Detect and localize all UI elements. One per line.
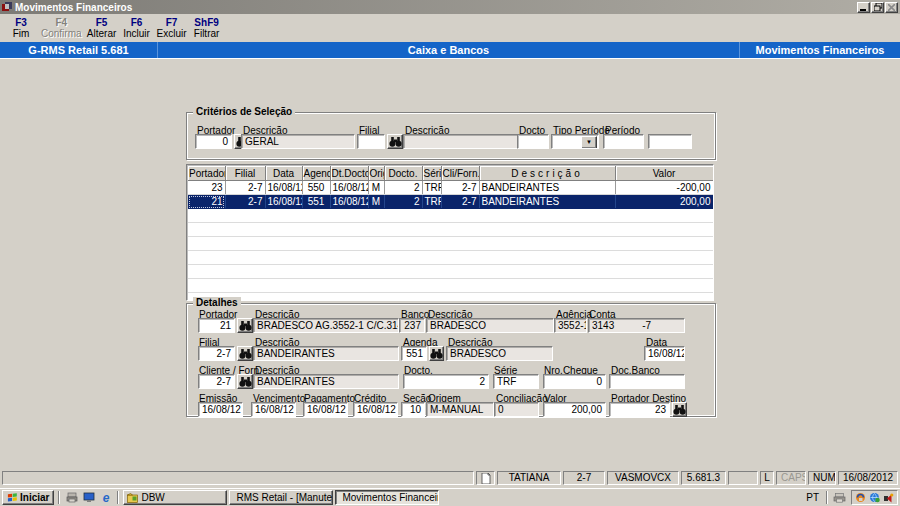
toolbar-filtrar-button[interactable]: ShF9 Filtrar xyxy=(192,17,222,39)
details-groupbox: Detalhes Portador 21 Descrição BRADESCO … xyxy=(186,303,716,417)
conciliacao-field: 0 xyxy=(494,402,539,417)
network-tray-icon[interactable] xyxy=(869,492,880,503)
col-cliforn: Cli/Forn. xyxy=(441,166,479,181)
agencia-field: 3552-1 xyxy=(554,318,587,333)
module-header-bar: G-RMS Retail 5.681 Caixa e Bancos Movime… xyxy=(0,42,900,59)
table-row[interactable]: 23 2-7 16/08/12 550 16/08/12 M 2 TRF 2-7… xyxy=(188,181,713,195)
criteria-filial-field[interactable] xyxy=(357,134,385,149)
det-filial-search-button[interactable] xyxy=(237,346,253,361)
col-dtdocto: Dt.Docto. xyxy=(330,166,368,181)
empty-row xyxy=(188,279,713,293)
status-num-indicator: NUM xyxy=(808,471,836,485)
cliente-search-button[interactable] xyxy=(237,374,253,389)
update-tray-icon[interactable] xyxy=(855,492,866,503)
empty-row xyxy=(188,237,713,251)
taskbar-separator xyxy=(826,491,828,504)
taskbar-separator xyxy=(117,491,119,504)
status-bar: TATIANA 2-7 VASMOVCX 5.681.3 L CAPS NUM … xyxy=(0,469,900,487)
document-icon xyxy=(476,471,495,485)
emissao-field[interactable]: 16/08/12 xyxy=(198,402,243,417)
periodo-start-field[interactable] xyxy=(603,134,644,149)
status-filial: 2-7 xyxy=(563,471,605,485)
criteria-descricao-field: GERAL xyxy=(241,134,355,149)
det-filial-field[interactable]: 2-7 xyxy=(198,346,235,361)
col-docto: Docto. xyxy=(384,166,422,181)
toolbar-alterar-button[interactable]: F5 Alterar xyxy=(87,17,117,39)
toolbar-incluir-button[interactable]: F6 Incluir xyxy=(122,17,152,39)
periodo-end-field[interactable] xyxy=(648,134,692,149)
pagamento-field[interactable]: 16/08/12 xyxy=(303,402,348,417)
col-serie: Série xyxy=(422,166,441,181)
taskbar-task-dbw[interactable]: DBW xyxy=(123,490,227,505)
toolbar-fim-button[interactable]: F3 Fim xyxy=(6,17,36,39)
folder-task-icon xyxy=(127,493,138,503)
status-version: 5.681.3 xyxy=(681,471,726,485)
empty-row xyxy=(188,293,713,302)
portador-destino-field[interactable]: 23 xyxy=(609,402,670,417)
windows-logo-icon xyxy=(7,492,18,503)
close-icon[interactable] xyxy=(885,2,898,13)
status-date: 16/08/2012 xyxy=(838,471,898,485)
col-valor: Valor xyxy=(615,166,713,181)
screen-name: Movimentos Financeiros xyxy=(740,42,900,58)
app-icon xyxy=(2,2,12,12)
empty-row xyxy=(188,209,713,223)
cliente-field[interactable]: 2-7 xyxy=(198,374,235,389)
table-row-selected[interactable]: 21 2-7 16/08/12 551 16/08/12 M 2 TRF 2-7… xyxy=(188,195,713,209)
agenda-desc-field: BRADESCO xyxy=(446,346,553,361)
status-program: VASMOVCX xyxy=(607,471,679,485)
det-portador-search-button[interactable] xyxy=(237,318,253,333)
serie-field[interactable]: TRF xyxy=(493,374,539,389)
col-agenda: Agenda xyxy=(302,166,330,181)
taskbar-task-movimentos[interactable]: Movimentos Financeiros xyxy=(335,490,439,505)
application-window: Movimentos Financeiros F3 Fim F4 Confirm… xyxy=(0,0,900,506)
toolbar-confirma-button: F4 Confirma xyxy=(41,17,82,39)
col-data: Data xyxy=(265,166,302,181)
det-valor-field[interactable]: 200,00 xyxy=(543,402,606,417)
empty-row xyxy=(188,223,713,237)
binoculars-icon xyxy=(673,405,686,415)
banco-desc-field: BRADESCO xyxy=(426,318,554,333)
show-desktop-icon[interactable] xyxy=(81,491,96,505)
criteria-filial-descricao-field xyxy=(403,134,520,149)
alert-tray-icon[interactable] xyxy=(883,492,894,503)
agenda-field[interactable]: 551 xyxy=(401,346,427,361)
printer-tray-icon[interactable] xyxy=(832,491,847,505)
movements-grid: Portador Filial Data Agenda Dt.Docto. Or… xyxy=(186,164,714,301)
col-portador: Portador xyxy=(188,166,225,181)
det-filial-desc-field: BANDEIRANTES xyxy=(253,346,399,361)
binoculars-icon xyxy=(239,377,252,387)
language-indicator[interactable]: PT xyxy=(803,491,822,505)
origem-field: M-MANUAL xyxy=(426,402,494,417)
chevron-down-icon[interactable]: ▼ xyxy=(581,136,597,149)
tipo-periodo-select[interactable]: ▼ xyxy=(551,134,599,149)
criteria-docto-field[interactable] xyxy=(517,134,549,149)
module-name: Caixa e Bancos xyxy=(158,42,740,58)
cheque-field[interactable]: 0 xyxy=(543,374,606,389)
det-portador-field[interactable]: 21 xyxy=(198,318,235,333)
toolbar-excluir-button[interactable]: F7 Excluir xyxy=(157,17,187,39)
grid-header-row: Portador Filial Data Agenda Dt.Docto. Or… xyxy=(188,166,713,181)
agenda-search-button[interactable] xyxy=(429,346,444,361)
portador-destino-search-button[interactable] xyxy=(672,402,687,417)
criteria-portador-field[interactable]: 0 xyxy=(195,134,232,149)
restore-icon[interactable] xyxy=(871,2,884,13)
data-field[interactable]: 16/08/12 xyxy=(644,346,685,361)
secao-field[interactable]: 10 xyxy=(401,402,425,417)
printer-quicklaunch-icon[interactable] xyxy=(64,491,79,505)
col-descricao: Descrição xyxy=(479,166,615,181)
window-title: Movimentos Financeiros xyxy=(15,2,856,13)
binoculars-icon xyxy=(389,137,402,147)
start-button[interactable]: Iniciar xyxy=(2,490,54,505)
taskbar-task-rms-retail[interactable]: RMS Retail - [Manutenca... xyxy=(229,490,333,505)
empty-row xyxy=(188,265,713,279)
filial-search-button[interactable] xyxy=(387,134,403,149)
minimize-icon[interactable] xyxy=(857,2,870,13)
det-docto-field[interactable]: 2 xyxy=(403,374,489,389)
internet-explorer-icon[interactable]: e xyxy=(98,491,113,505)
col-filial: Filial xyxy=(225,166,265,181)
vencimento-field[interactable]: 16/08/12 xyxy=(251,402,296,417)
status-caps-indicator: CAPS xyxy=(776,471,806,485)
credito-field[interactable]: 16/08/12 xyxy=(353,402,398,417)
docbanco-field[interactable] xyxy=(609,374,685,389)
